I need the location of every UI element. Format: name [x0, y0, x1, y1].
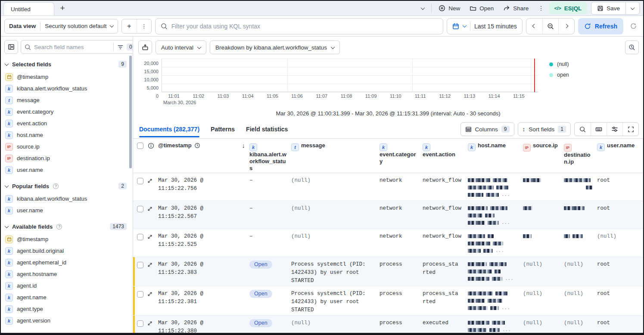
tab-options-chevron[interactable]	[417, 2, 429, 14]
cell-source-ip-redacted[interactable]	[522, 204, 563, 229]
field-item-destination-ip[interactable]: IPdestination.ip	[4, 152, 128, 164]
field-item-host-name[interactable]: khost.name	[4, 129, 128, 141]
cell-message[interactable]: (null)	[290, 232, 379, 257]
cell-timestamp[interactable]: Mar 30, 2026 @ 11:15:22.383	[157, 260, 249, 286]
field-item-agent-version[interactable]: kagent.version	[4, 315, 128, 326]
field-item-workflow-status[interactable]: kkibana.alert.workflow_status	[4, 83, 128, 94]
hide-chart-button[interactable]	[138, 40, 152, 54]
cell-message[interactable]: (null)	[290, 176, 379, 201]
cell-host-name-redacted[interactable]: ...	[467, 176, 522, 201]
search-in-table-button[interactable]	[575, 123, 591, 136]
cell-user-name[interactable]: root	[596, 289, 643, 315]
cell-user-name[interactable]: root	[596, 260, 643, 286]
new-tab-button[interactable]: +	[54, 1, 71, 16]
cell-timestamp[interactable]: Mar 30, 2026 @ 11:15:22.380	[157, 318, 249, 333]
display-options-button[interactable]	[607, 123, 622, 136]
cell-host-name-redacted[interactable]: ...	[467, 204, 522, 229]
section-collapse-chevron[interactable]	[5, 62, 9, 66]
cell-timestamp[interactable]: Mar 30, 2026 @ 11:15:22.525	[157, 232, 249, 257]
cell-event-action[interactable]: process_started	[422, 289, 463, 315]
field-filter-button[interactable]: 0	[113, 43, 133, 51]
refresh-button[interactable]: Refresh	[578, 18, 623, 34]
field-item-agent-build-original[interactable]: kagent.build.original	[4, 245, 128, 257]
kql-filter-input[interactable]	[171, 23, 438, 30]
tab-field-statistics[interactable]: Field statistics	[246, 120, 288, 138]
sort-fields-button[interactable]: ↕ Sort fields 1	[518, 122, 571, 136]
time-prev-button[interactable]	[526, 19, 542, 34]
column-header-message[interactable]: tmessage	[290, 142, 379, 172]
cell-workflow-status[interactable]: –	[249, 232, 290, 257]
row-checkbox[interactable]	[137, 206, 143, 212]
kql-search-box[interactable]	[155, 18, 443, 34]
field-item-workflow-status[interactable]: kkibana.alert.workflow_status	[4, 193, 128, 205]
column-header-user-name[interactable]: kuser.name	[596, 142, 643, 172]
cell-source-ip[interactable]: (null)	[522, 260, 563, 286]
cell-destination-ip[interactable]: (null)	[563, 260, 596, 286]
interval-selector[interactable]: Auto interval	[156, 40, 206, 54]
field-search-box[interactable]: 0	[21, 40, 133, 54]
cell-event-action[interactable]: process_started	[422, 260, 463, 286]
cell-source-ip[interactable]: (null)	[522, 318, 563, 333]
tab-documents[interactable]: Documents (282,377)	[139, 120, 199, 138]
row-checkbox[interactable]	[137, 291, 143, 298]
sort-desc-icon[interactable]: ↓	[242, 142, 246, 149]
cell-host-name-redacted[interactable]: ...	[467, 232, 522, 257]
row-checkbox[interactable]	[137, 178, 143, 184]
field-item-agent-hostname[interactable]: kagent.hostname	[4, 268, 128, 280]
cell-message[interactable]: Process systemctl (PID: 1422433) by user…	[290, 260, 370, 286]
save-options-chevron[interactable]	[625, 2, 639, 14]
open-button[interactable]: Open	[465, 2, 498, 14]
cell-event-action[interactable]: executed	[422, 318, 467, 333]
column-header-host-name[interactable]: khost.name	[467, 142, 522, 172]
cell-event-action[interactable]: network_flow	[422, 176, 467, 201]
add-filter-button[interactable]: +	[122, 19, 137, 33]
column-header-source-ip[interactable]: IPsource.ip	[522, 142, 563, 172]
cell-destination-ip[interactable]: (null)	[563, 318, 596, 333]
tab-untitled[interactable]: Untitled	[3, 2, 54, 16]
share-button[interactable]: Share	[499, 2, 533, 14]
chart-inspect-button[interactable]	[625, 40, 639, 54]
cell-user-name[interactable]: root	[596, 176, 643, 201]
cell-workflow-status[interactable]: –	[249, 204, 290, 229]
field-item-event-category[interactable]: kevent.category	[4, 106, 128, 118]
cell-event-category[interactable]: network	[379, 232, 422, 257]
esql-toggle-button[interactable]: </> ES|QL	[549, 2, 587, 14]
cell-event-category[interactable]: network	[379, 204, 422, 229]
cell-event-category[interactable]: network	[379, 176, 422, 201]
cell-destination-ip-redacted[interactable]	[563, 204, 596, 229]
field-item-timestamp[interactable]: @timestamp	[4, 71, 128, 83]
cell-destination-ip-redacted[interactable]	[563, 232, 596, 257]
column-header-destination-ip[interactable]: IPdestination.ip	[563, 142, 596, 172]
columns-button[interactable]: Columns 9	[460, 122, 514, 136]
field-item-user-name[interactable]: kuser.name	[4, 164, 128, 176]
cell-event-category[interactable]: process	[379, 318, 422, 333]
cell-message[interactable]: (null)	[290, 204, 379, 229]
cell-user-name[interactable]: (null)	[596, 232, 643, 257]
cell-event-category[interactable]: process	[379, 260, 422, 286]
legend-item-null[interactable]: (null)	[549, 61, 640, 67]
field-item-user-name[interactable]: kuser.name	[4, 205, 128, 216]
field-item-agent-ephemeral-id[interactable]: kagent.ephemeral_id	[4, 257, 128, 268]
cell-source-ip[interactable]: (null)	[522, 289, 563, 315]
tab-patterns[interactable]: Patterns	[211, 120, 235, 138]
field-item-agent-id[interactable]: kagent.id	[4, 280, 128, 292]
breakdown-selector[interactable]: Breakdown by kibana.alert.workflow_statu…	[210, 40, 340, 54]
column-header-timestamp[interactable]: @timestamp ↓	[157, 142, 249, 172]
field-item-event-action[interactable]: kevent.action	[4, 118, 128, 129]
expand-row-icon[interactable]	[147, 321, 152, 326]
cell-timestamp[interactable]: Mar 30, 2026 @ 11:15:22.381	[157, 289, 249, 315]
cell-source-ip-redacted[interactable]	[522, 232, 563, 257]
expand-row-icon[interactable]	[147, 178, 152, 183]
keyboard-shortcuts-button[interactable]	[591, 123, 607, 136]
time-next-button[interactable]	[558, 19, 574, 34]
query-menu-button[interactable]: ⋮	[137, 19, 151, 33]
save-button[interactable]: Save	[591, 2, 625, 14]
time-range-picker[interactable]: Last 15 minutes	[447, 18, 523, 34]
field-item-timestamp[interactable]: @timestamp	[4, 233, 128, 245]
expand-row-icon[interactable]	[147, 206, 152, 211]
workflow-status-badge[interactable]: Open	[249, 261, 272, 269]
cell-event-action[interactable]: network_flow	[422, 232, 467, 257]
column-header-workflow-status[interactable]: kkibana.alert.workflow_status	[249, 142, 290, 172]
cell-workflow-status[interactable]: –	[249, 176, 290, 201]
cell-event-category[interactable]: process	[379, 289, 422, 315]
